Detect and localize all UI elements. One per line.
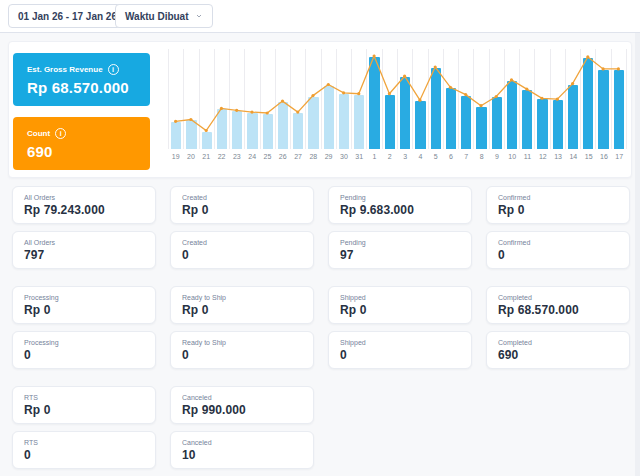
- chart-bar-2[interactable]: [385, 95, 395, 149]
- stat-card-rts-amount[interactable]: RTS Rp 0: [12, 386, 156, 424]
- chart-slot: [443, 49, 458, 149]
- gross-revenue-card[interactable]: Est. Gross Revenue i Rp 68.570.000: [13, 53, 150, 106]
- chart-slot: [473, 49, 488, 149]
- gross-revenue-value: Rp 68.570.000: [27, 79, 150, 96]
- filter-dropdown[interactable]: Waktu Dibuat: [115, 4, 213, 28]
- chart-bar-9[interactable]: [492, 97, 502, 149]
- chart-bar-17[interactable]: [614, 70, 624, 149]
- stat-card-confirmed-count[interactable]: Confirmed 0: [486, 231, 630, 269]
- stats-group-2: Processing Rp 0 Ready to Ship Rp 0 Shipp…: [12, 286, 630, 369]
- chart-bar-4[interactable]: [415, 101, 425, 149]
- gross-revenue-label: Est. Gross Revenue: [27, 65, 103, 74]
- chart-bar-1[interactable]: [369, 57, 379, 149]
- chart-bar-20[interactable]: [186, 120, 196, 149]
- chart-bar-10[interactable]: [507, 81, 517, 149]
- chart-slot: [305, 49, 320, 149]
- stat-card-canceled-amount[interactable]: Canceled Rp 990.000: [170, 386, 314, 424]
- stat-card-confirmed-amount[interactable]: Confirmed Rp 0: [486, 186, 630, 224]
- chart-bar-7[interactable]: [461, 96, 471, 149]
- stat-card-all-orders-count[interactable]: All Orders 797: [12, 231, 156, 269]
- chart-slot: [351, 49, 366, 149]
- chart-bars: [168, 49, 627, 149]
- chart-bar-31[interactable]: [354, 95, 364, 149]
- chart-bar-25[interactable]: [263, 114, 273, 149]
- chart-bar-26[interactable]: [278, 102, 288, 149]
- x-tick-label: 17: [612, 149, 627, 160]
- stat-card-rts-count[interactable]: RTS 0: [12, 431, 156, 469]
- stat-card-all-orders-amount[interactable]: All Orders Rp 79.243.000: [12, 186, 156, 224]
- chart-slot: [214, 49, 229, 149]
- chart-bar-29[interactable]: [324, 86, 334, 149]
- chart-bar-14[interactable]: [568, 85, 578, 149]
- x-tick-label: 15: [581, 149, 596, 160]
- stat-card-ready-to-ship-count[interactable]: Ready to Ship 0: [170, 331, 314, 369]
- stats-group-1: All Orders Rp 79.243.000 Created Rp 0 Pe…: [12, 186, 630, 269]
- x-tick-label: 14: [566, 149, 581, 160]
- stat-card-pending-amount[interactable]: Pending Rp 9.683.000: [328, 186, 472, 224]
- x-tick-label: 24: [244, 149, 259, 160]
- chart-slot: [550, 49, 565, 149]
- chart-bar-22[interactable]: [217, 109, 227, 149]
- count-card[interactable]: Count i 690: [13, 117, 150, 170]
- stat-card-completed-amount[interactable]: Completed Rp 68.570.000: [486, 286, 630, 324]
- x-tick-label: 1: [367, 149, 382, 160]
- orders-chart: 1920212223242526272829303112345678910111…: [164, 42, 631, 177]
- chart-bar-12[interactable]: [537, 99, 547, 149]
- x-tick-label: 2: [382, 149, 397, 160]
- chart-bar-30[interactable]: [339, 94, 349, 149]
- chart-slot: [229, 49, 244, 149]
- x-tick-label: 29: [321, 149, 336, 160]
- stat-card-processing-count[interactable]: Processing 0: [12, 331, 156, 369]
- stat-card-shipped-amount[interactable]: Shipped Rp 0: [328, 286, 472, 324]
- scrollbar-track[interactable]: [635, 33, 640, 476]
- chart-bar-24[interactable]: [247, 113, 257, 149]
- chart-slot: [366, 49, 381, 149]
- chart-bar-16[interactable]: [598, 70, 608, 149]
- chart-slot: [504, 49, 519, 149]
- chart-bar-5[interactable]: [431, 68, 441, 149]
- chart-slot: [489, 49, 504, 149]
- stat-card-created-count[interactable]: Created 0: [170, 231, 314, 269]
- info-icon[interactable]: i: [108, 64, 119, 75]
- chart-bar-6[interactable]: [446, 88, 456, 149]
- x-tick-label: 30: [336, 149, 351, 160]
- chart-bar-21[interactable]: [202, 132, 212, 149]
- stat-card-processing-amount[interactable]: Processing Rp 0: [12, 286, 156, 324]
- stat-card-created-amount[interactable]: Created Rp 0: [170, 186, 314, 224]
- chart-slot: [611, 49, 626, 149]
- x-tick-label: 5: [428, 149, 443, 160]
- x-tick-label: 20: [183, 149, 198, 160]
- chart-slot: [199, 49, 214, 149]
- chart-bar-15[interactable]: [583, 58, 593, 149]
- chart-slot: [458, 49, 473, 149]
- stat-card-ready-to-ship-amount[interactable]: Ready to Ship Rp 0: [170, 286, 314, 324]
- x-tick-label: 31: [352, 149, 367, 160]
- chart-bar-8[interactable]: [476, 107, 486, 149]
- topbar: 01 Jan 26 - 17 Jan 26 Waktu Dibuat: [0, 0, 640, 33]
- info-icon[interactable]: i: [55, 128, 66, 139]
- chart-bar-11[interactable]: [522, 90, 532, 149]
- stats-section: All Orders Rp 79.243.000 Created Rp 0 Pe…: [12, 186, 630, 476]
- chart-slot: [565, 49, 580, 149]
- chart-slot: [397, 49, 412, 149]
- x-tick-label: 27: [290, 149, 305, 160]
- stat-card-completed-count[interactable]: Completed 690: [486, 331, 630, 369]
- x-tick-label: 13: [550, 149, 565, 160]
- chart-bar-28[interactable]: [308, 97, 318, 149]
- stat-card-pending-count[interactable]: Pending 97: [328, 231, 472, 269]
- x-tick-label: 16: [596, 149, 611, 160]
- stat-card-canceled-count[interactable]: Canceled 10: [170, 431, 314, 469]
- x-tick-label: 12: [535, 149, 550, 160]
- stat-card-shipped-count[interactable]: Shipped 0: [328, 331, 472, 369]
- chart-slot: [290, 49, 305, 149]
- chart-slot: [336, 49, 351, 149]
- chart-bar-3[interactable]: [400, 77, 410, 149]
- date-range-label: 01 Jan 26 - 17 Jan 26: [18, 11, 117, 22]
- chart-slot: [595, 49, 610, 149]
- chart-bar-19[interactable]: [171, 122, 181, 149]
- chart-bar-27[interactable]: [293, 113, 303, 149]
- summary-column: Est. Gross Revenue i Rp 68.570.000 Count…: [9, 42, 164, 177]
- chart-bar-23[interactable]: [232, 111, 242, 149]
- chart-bar-13[interactable]: [553, 100, 563, 149]
- chart-slot: [580, 49, 595, 149]
